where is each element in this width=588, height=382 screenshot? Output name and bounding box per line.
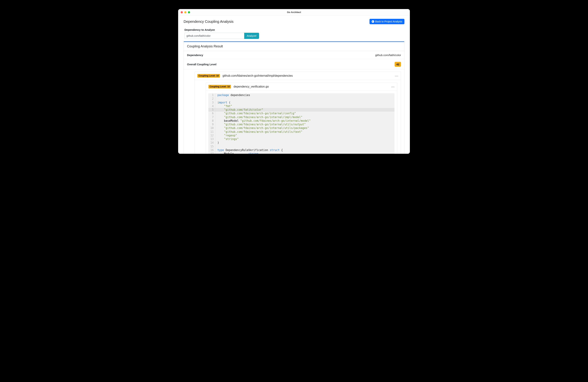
page-header: Dependency Coupling Analysis Back to Pro…: [184, 19, 404, 24]
back-to-project-button[interactable]: Back to Project Analysis: [370, 19, 404, 24]
line-content: package dependencies: [215, 93, 250, 97]
line-number: 7: [208, 115, 215, 119]
code-line: 10 "github.com/fdaines/arch-go/internal/…: [208, 126, 395, 130]
maximize-window-button[interactable]: [188, 11, 190, 13]
content-area: Dependency Coupling Analysis Back to Pro…: [178, 16, 410, 154]
line-content: import (: [215, 101, 231, 104]
app-window: Go Architect Dependency Coupling Analysi…: [178, 9, 410, 154]
line-content: "github.com/fdaines/arch-go/internal/uti…: [215, 123, 306, 126]
line-content: ): [215, 141, 219, 145]
line-number: 12: [208, 134, 215, 137]
package-panel: Coupling Level: 10 github.com/fdaines/ar…: [195, 72, 401, 154]
line-number: 3: [208, 101, 215, 104]
code-line: 12 "regexp": [208, 134, 395, 137]
dependency-input-label: Dependency to Analyze: [185, 28, 403, 31]
analyze-form: Dependency to Analyze Analyze!: [184, 28, 404, 39]
line-number: 9: [208, 123, 215, 126]
file-panel-header[interactable]: Coupling Level: 10 dependency_verificati…: [206, 83, 397, 91]
file-panel: Coupling Level: 10 dependency_verificati…: [206, 82, 397, 154]
line-content: Module string: [215, 152, 258, 154]
collapse-icon[interactable]: —: [391, 85, 395, 88]
line-content: baseModel "github.com/fdaines/arch-go/in…: [215, 119, 311, 123]
line-content: "github.com/fdaines/arch-go/internal/imp…: [215, 115, 302, 119]
line-content: [215, 97, 217, 101]
line-content: "github.com/fdaines/arch-go/internal/uti…: [215, 126, 309, 130]
arrow-left-circle-icon: [372, 20, 374, 23]
minimize-window-button[interactable]: [184, 11, 187, 13]
line-content: [215, 145, 217, 148]
dependency-value: github.com/fatih/color: [375, 54, 401, 57]
package-coupling-badge: Coupling Level: 10: [197, 74, 220, 77]
code-line: 17 Module string: [208, 152, 395, 154]
line-number: 10: [208, 126, 215, 130]
code-line: 8 baseModel "github.com/fdaines/arch-go/…: [208, 119, 395, 123]
traffic-lights: [178, 11, 190, 13]
code-line: 3import (: [208, 101, 395, 104]
titlebar: Go Architect: [178, 9, 410, 16]
code-line: 11 "github.com/fdaines/arch-go/internal/…: [208, 130, 395, 134]
code-viewer: 1package dependencies23import (4 "fmt"5 …: [208, 93, 395, 154]
result-panel-title: Coupling Analysis Result: [184, 42, 404, 51]
form-row: Analyze!: [185, 33, 403, 39]
line-number: 17: [208, 152, 215, 154]
line-content: "github.com/fatih/color": [215, 108, 263, 112]
line-number: 13: [208, 137, 215, 141]
coupling-label: Overall Coupling Level: [187, 63, 216, 66]
line-number: 2: [208, 97, 215, 101]
analyze-button[interactable]: Analyze!: [244, 33, 259, 39]
line-number: 16: [208, 148, 215, 152]
code-line: 1package dependencies: [208, 93, 395, 97]
line-content: type DependencyRuleVerification struct {: [215, 148, 283, 152]
line-content: "github.com/fdaines/arch-go/internal/con…: [215, 112, 296, 115]
dependency-label: Dependency: [187, 54, 203, 57]
line-number: 11: [208, 130, 215, 134]
file-coupling-badge: Coupling Level: 10: [208, 85, 231, 88]
line-number: 15: [208, 145, 215, 148]
line-content: "regexp": [215, 134, 237, 137]
line-number: 5: [208, 108, 215, 112]
line-number: 4: [208, 104, 215, 108]
code-line: 5 "github.com/fatih/color": [208, 108, 395, 112]
code-line: 16type DependencyRuleVerification struct…: [208, 148, 395, 152]
window-title: Go Architect: [178, 11, 410, 14]
page-title: Dependency Coupling Analysis: [184, 19, 233, 24]
line-number: 1: [208, 93, 215, 97]
line-number: 14: [208, 141, 215, 145]
overall-coupling-badge: 42: [395, 62, 401, 67]
line-content: "github.com/fdaines/arch-go/internal/uti…: [215, 130, 302, 134]
coupling-row: Overall Coupling Level 42: [184, 59, 404, 69]
package-path: github.com/fdaines/arch-go/internal/impl…: [223, 74, 293, 77]
collapse-icon[interactable]: —: [395, 74, 398, 77]
back-button-label: Back to Project Analysis: [375, 20, 402, 23]
file-name: dependency_verification.go: [233, 85, 269, 88]
code-line: 7 "github.com/fdaines/arch-go/internal/i…: [208, 115, 395, 119]
line-number: 8: [208, 119, 215, 123]
code-line: 2: [208, 97, 395, 101]
dependency-input[interactable]: [185, 33, 244, 39]
code-line: 15: [208, 145, 395, 148]
package-panel-header[interactable]: Coupling Level: 10 github.com/fdaines/ar…: [195, 72, 401, 80]
line-content: "strings": [215, 137, 239, 141]
result-panel: Coupling Analysis Result Dependency gith…: [184, 41, 404, 154]
line-number: 6: [208, 112, 215, 115]
code-line: 4 "fmt": [208, 104, 395, 108]
line-content: "fmt": [215, 104, 232, 108]
code-line: 13 "strings": [208, 137, 395, 141]
code-line: 14): [208, 141, 395, 145]
dependency-row: Dependency github.com/fatih/color: [184, 51, 404, 59]
close-window-button[interactable]: [181, 11, 183, 13]
code-line: 9 "github.com/fdaines/arch-go/internal/u…: [208, 123, 395, 126]
code-line: 6 "github.com/fdaines/arch-go/internal/c…: [208, 112, 395, 115]
